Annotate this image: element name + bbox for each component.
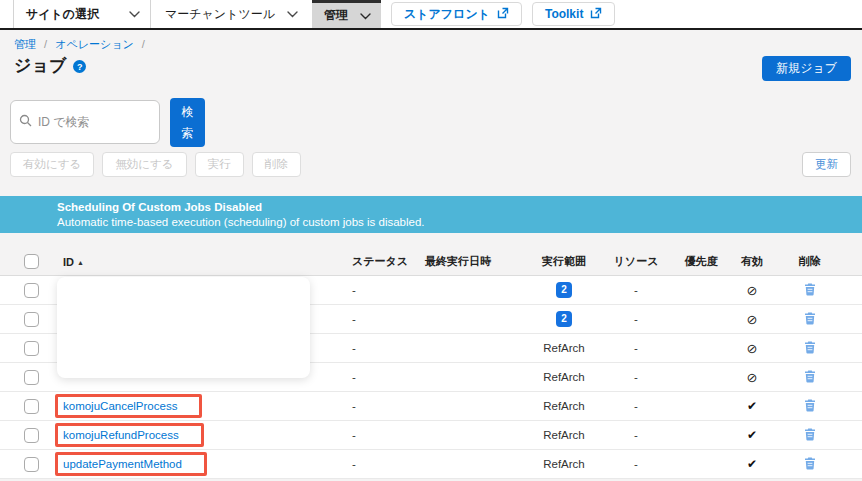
breadcrumb-separator: / [142,38,145,50]
enable-button[interactable]: 有効にする [10,152,94,177]
job-enabled-icon: ⊘ [747,370,758,385]
merchant-tools-label: マーチャントツール [165,6,275,23]
job-enabled-icon: ✔ [747,399,757,413]
bulk-actions-row: 有効にする 無効にする 実行 削除 [10,152,301,177]
administration-dropdown[interactable]: 管理 [312,0,381,28]
row-checkbox[interactable] [24,312,39,327]
job-resource: - [596,284,676,296]
title-row: ジョブ ? [14,54,86,77]
disable-button[interactable]: 無効にする [102,152,186,177]
job-enabled-icon: ⊘ [747,341,758,356]
external-link-icon [590,7,602,22]
search-button[interactable]: 検索 [170,98,205,147]
column-header-id[interactable]: ID▲ [40,256,340,268]
breadcrumb-separator: / [44,38,47,50]
jobs-table-header: ID▲ ステータス 最終実行日時 実行範囲 リソース 優先度 有効 削除 [0,248,862,276]
job-status: - [340,342,420,354]
job-id-link[interactable]: komojuRefundProcess [55,423,204,447]
storefront-link[interactable]: ストアフロント [391,2,522,26]
job-resource: - [596,371,676,383]
help-icon[interactable]: ? [73,60,86,73]
job-enabled-icon: ✔ [747,428,757,442]
scheduling-disabled-banner: Scheduling Of Custom Jobs Disabled Autom… [0,196,862,233]
breadcrumb: 管理 / オペレーション / [14,37,150,52]
column-header-resource: リソース [596,254,676,269]
page-root: サイトの選択 マーチャントツール 管理 ストアフロント Toolkit [0,0,862,481]
job-enabled-icon: ⊘ [747,283,758,298]
row-checkbox[interactable] [24,399,39,414]
search-icon [19,113,32,131]
refresh-button[interactable]: 更新 [802,152,851,177]
banner-message: Automatic time-based execution (scheduli… [57,215,852,230]
job-resource: - [596,400,676,412]
table-row: komojuRefundProcess - RefArch - ✔ [0,421,862,450]
chevron-down-icon [129,7,140,21]
job-scope: 2 [556,282,572,298]
toolkit-label: Toolkit [545,7,583,21]
sort-asc-icon: ▲ [77,259,84,266]
merchant-tools-dropdown[interactable]: マーチャントツール [151,0,312,28]
trash-icon[interactable] [804,341,816,354]
job-status: - [340,284,420,296]
search-button-label: 検索 [182,102,194,144]
chevron-down-icon [360,9,371,23]
job-status: - [340,429,420,441]
job-scope: RefArch [543,400,585,412]
search-input[interactable] [38,115,151,129]
row-checkbox[interactable] [24,341,39,356]
column-header-delete: 削除 [778,254,862,269]
job-id-link[interactable]: komojuCancelProcess [55,394,202,418]
row-checkbox[interactable] [24,457,39,472]
breadcrumb-link-administration[interactable]: 管理 [14,38,36,50]
redaction-overlay [57,277,310,378]
trash-icon[interactable] [804,428,816,441]
select-all-checkbox[interactable] [24,254,39,269]
toolkit-link[interactable]: Toolkit [532,2,615,26]
job-enabled-icon: ⊘ [747,312,758,327]
breadcrumb-link-operations[interactable]: オペレーション [55,38,134,50]
banner-title: Scheduling Of Custom Jobs Disabled [57,200,852,215]
job-resource: - [596,429,676,441]
trash-icon[interactable] [804,370,816,383]
job-status: - [340,400,420,412]
job-scope: RefArch [543,342,585,354]
job-enabled-icon: ✔ [747,457,757,471]
column-header-scope: 実行範囲 [532,254,596,269]
page-title: ジョブ [14,54,66,77]
delete-button[interactable]: 削除 [252,152,301,177]
column-header-last-run: 最終実行日時 [420,254,532,269]
table-row: updatePaymentMethod - RefArch - ✔ [0,450,862,479]
new-job-button[interactable]: 新規ジョブ [762,56,851,81]
job-id-link[interactable]: updatePaymentMethod [55,452,207,476]
job-status: - [340,313,420,325]
job-resource: - [596,313,676,325]
top-navigation-bar: サイトの選択 マーチャントツール 管理 ストアフロント Toolkit [0,0,862,30]
job-scope: RefArch [543,458,585,470]
column-header-enabled: 有効 [726,254,778,269]
job-scope: RefArch [543,371,585,383]
job-resource: - [596,342,676,354]
row-checkbox[interactable] [24,428,39,443]
table-row: komojuCancelProcess - RefArch - ✔ [0,392,862,421]
job-status: - [340,371,420,383]
site-selector-label: サイトの選択 [26,6,99,23]
search-row: 検索 [10,98,205,147]
external-link-icon [497,7,509,22]
row-checkbox[interactable] [24,370,39,385]
trash-icon[interactable] [804,399,816,412]
trash-icon[interactable] [804,283,816,296]
job-resource: - [596,458,676,470]
administration-label: 管理 [324,7,348,24]
site-selector-dropdown[interactable]: サイトの選択 [13,0,151,28]
search-box [10,100,160,144]
storefront-label: ストアフロント [404,6,490,23]
run-button[interactable]: 実行 [195,152,244,177]
trash-icon[interactable] [804,457,816,470]
chevron-down-icon [287,7,298,21]
column-header-priority: 優先度 [676,254,726,269]
row-checkbox[interactable] [24,283,39,298]
trash-icon[interactable] [804,312,816,325]
job-scope: RefArch [543,429,585,441]
job-scope: 2 [556,311,572,327]
column-header-status: ステータス [340,254,420,269]
